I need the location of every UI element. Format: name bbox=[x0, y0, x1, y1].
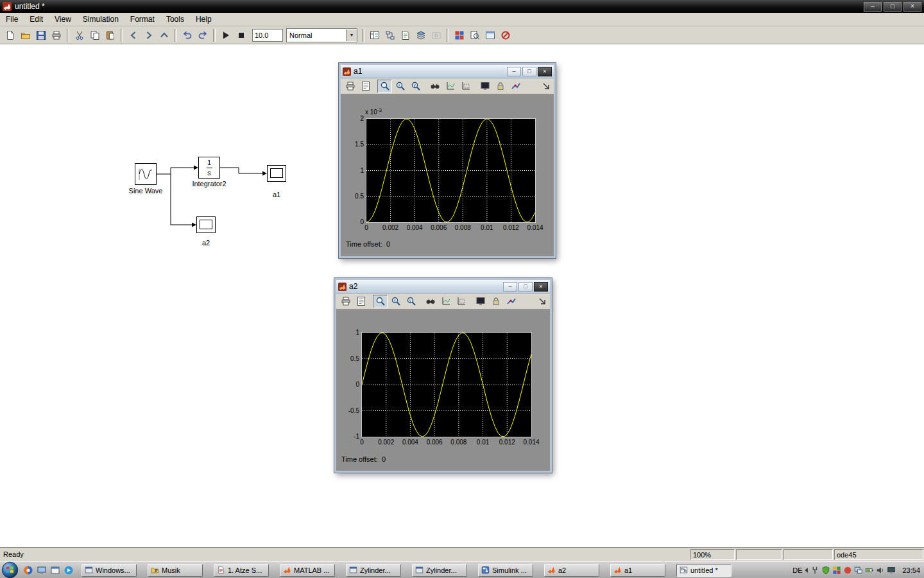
ql-browser-button[interactable] bbox=[23, 565, 33, 575]
block-scope-a2[interactable] bbox=[196, 216, 216, 233]
maximize-button[interactable]: □ bbox=[522, 67, 536, 76]
new-file-button[interactable] bbox=[3, 28, 18, 42]
zoom-y-button[interactable]: y bbox=[408, 80, 423, 93]
ql-media-button[interactable] bbox=[64, 565, 74, 575]
library-browser-button[interactable] bbox=[452, 28, 467, 42]
taskbar-button-matlab[interactable]: MATLAB ... bbox=[280, 564, 335, 577]
zoom-button[interactable] bbox=[373, 295, 388, 308]
close-button[interactable]: × bbox=[538, 67, 552, 76]
block-integrator2[interactable]: 1 s bbox=[198, 157, 220, 179]
simulation-stop-time-input[interactable] bbox=[252, 29, 283, 42]
tray-msg-icon[interactable] bbox=[843, 566, 852, 575]
save-axes-button[interactable] bbox=[438, 295, 453, 308]
block-sine-wave[interactable] bbox=[135, 163, 157, 185]
taskbar-button-a1[interactable]: a1 bbox=[610, 564, 665, 577]
print-button[interactable] bbox=[343, 80, 357, 93]
restore-axes-button[interactable] bbox=[458, 80, 473, 93]
debug-button[interactable] bbox=[498, 28, 513, 42]
menu-item-view[interactable]: View bbox=[49, 13, 77, 25]
dock-button[interactable] bbox=[540, 80, 552, 93]
copy-button[interactable] bbox=[87, 28, 103, 42]
taskbar-button-zylinder[interactable]: Zylinder... bbox=[412, 564, 467, 577]
autoscale-button[interactable] bbox=[423, 295, 438, 308]
scope-plot[interactable]: 00.0020.0040.0060.0080.010.0120.014-1-0.… bbox=[361, 332, 532, 437]
minimize-button[interactable]: – bbox=[864, 2, 882, 12]
open-folder-button[interactable] bbox=[18, 28, 33, 42]
taskbar-button-a2[interactable]: a2 bbox=[544, 564, 599, 577]
redo-button[interactable] bbox=[195, 28, 210, 42]
layers-button[interactable] bbox=[413, 28, 429, 42]
minimize-button[interactable]: – bbox=[503, 282, 517, 292]
scope-window-a1[interactable]: a1 – □ × xy x 10-3 00.0020.0040.0060.008… bbox=[339, 63, 556, 258]
save-button[interactable] bbox=[33, 28, 49, 42]
tray-battery-icon[interactable] bbox=[865, 566, 874, 575]
lock-axes-button[interactable] bbox=[493, 80, 508, 93]
zoom-x-button[interactable]: x bbox=[388, 295, 403, 308]
restore-axes-button[interactable] bbox=[454, 295, 468, 308]
menu-item-format[interactable]: Format bbox=[124, 13, 160, 25]
play-button[interactable] bbox=[218, 28, 234, 42]
back-button[interactable] bbox=[126, 28, 141, 42]
tray-power-icon[interactable] bbox=[810, 566, 819, 575]
tray-expand-icon[interactable] bbox=[805, 568, 808, 573]
start-button[interactable] bbox=[1, 561, 19, 578]
maximize-button[interactable]: □ bbox=[884, 2, 902, 12]
taskbar-button-musik[interactable]: Musik bbox=[148, 564, 203, 577]
tray-color-icon[interactable] bbox=[832, 566, 841, 575]
scope-plot[interactable]: x 10-3 00.0020.0040.0060.0080.010.0120.0… bbox=[366, 118, 536, 223]
menu-item-file[interactable]: File bbox=[0, 13, 24, 25]
zoom-button[interactable] bbox=[377, 80, 392, 93]
block-scope-a1[interactable] bbox=[267, 165, 286, 182]
ql-desktop-button[interactable] bbox=[37, 565, 47, 575]
snapshot-button[interactable] bbox=[429, 28, 444, 42]
maximize-button[interactable]: □ bbox=[518, 282, 533, 292]
taskbar-button-1-atze-s[interactable]: 1. Atze S... bbox=[214, 564, 269, 577]
paste-button[interactable] bbox=[103, 28, 118, 42]
stop-button[interactable] bbox=[234, 28, 249, 42]
ql-window-button[interactable] bbox=[50, 565, 60, 575]
scope-titlebar[interactable]: a2 – □ × bbox=[336, 280, 550, 293]
taskbar-button-simulink[interactable]: Simulink ... bbox=[478, 564, 533, 577]
signal-select-button[interactable] bbox=[508, 80, 523, 93]
model-browser-button[interactable] bbox=[367, 28, 382, 42]
taskbar-button-untitled[interactable]: untitled * bbox=[676, 564, 732, 577]
menu-item-help[interactable]: Help bbox=[190, 13, 218, 25]
float-scope-button[interactable] bbox=[473, 295, 488, 308]
cut-button[interactable] bbox=[72, 28, 87, 42]
undo-button[interactable] bbox=[180, 28, 195, 42]
tray-network-icon[interactable] bbox=[854, 566, 863, 575]
model-explorer-button[interactable] bbox=[467, 28, 483, 42]
tray-volume-icon[interactable] bbox=[876, 566, 885, 575]
save-axes-button[interactable] bbox=[443, 80, 458, 93]
tray-shield-icon[interactable] bbox=[821, 566, 830, 575]
codegen-button[interactable] bbox=[398, 28, 413, 42]
parameters-button[interactable] bbox=[358, 80, 373, 93]
zoom-x-button[interactable]: x bbox=[393, 80, 407, 93]
taskbar-button-zylinder[interactable]: Zylinder... bbox=[346, 564, 401, 577]
menu-item-edit[interactable]: Edit bbox=[24, 13, 49, 25]
signal-select-button[interactable] bbox=[504, 295, 518, 308]
menu-item-simulation[interactable]: Simulation bbox=[77, 13, 124, 25]
print-button[interactable] bbox=[49, 28, 64, 42]
minimize-button[interactable]: – bbox=[507, 67, 521, 76]
dock-button[interactable] bbox=[536, 295, 548, 308]
menu-item-tools[interactable]: Tools bbox=[160, 13, 190, 25]
float-scope-button[interactable] bbox=[477, 80, 492, 93]
parameters-button[interactable] bbox=[354, 295, 368, 308]
chevron-down-icon[interactable]: ▼ bbox=[346, 30, 357, 41]
simulation-mode-select[interactable]: Normal▼ bbox=[286, 28, 357, 42]
lock-axes-button[interactable] bbox=[488, 295, 503, 308]
up-button[interactable] bbox=[157, 28, 172, 42]
scope-window-a2[interactable]: a2 – □ × xy 00.0020.0040.0060.0080.010.0… bbox=[334, 278, 552, 473]
close-button[interactable]: × bbox=[534, 282, 548, 292]
scope-titlebar[interactable]: a1 – □ × bbox=[341, 65, 554, 78]
taskbar-clock[interactable]: 23:54 bbox=[902, 566, 920, 574]
taskbar-button-windows[interactable]: Windows... bbox=[81, 564, 137, 577]
zoom-y-button[interactable]: y bbox=[404, 295, 418, 308]
language-indicator[interactable]: DE bbox=[792, 566, 802, 574]
solver-indicator[interactable]: ode45 bbox=[834, 549, 923, 560]
close-button[interactable]: × bbox=[903, 2, 921, 12]
print-button[interactable] bbox=[338, 295, 353, 308]
model-browser2-button[interactable] bbox=[483, 28, 498, 42]
update-diagram-button[interactable] bbox=[382, 28, 398, 42]
